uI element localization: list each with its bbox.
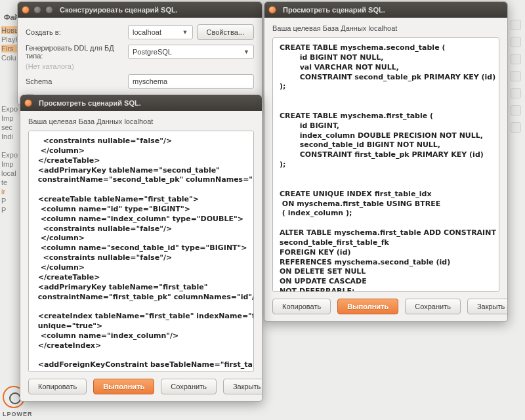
xml-code-area[interactable]: <constraints nullable="false"/> </column… bbox=[28, 131, 254, 372]
bg-item: te bbox=[1, 178, 20, 186]
ddl-type-combo[interactable]: PostgreSQL ▼ bbox=[128, 45, 254, 59]
copy-button[interactable]: Копировать bbox=[272, 299, 331, 314]
right-toolbar bbox=[511, 20, 524, 133]
tool-icon[interactable] bbox=[511, 54, 521, 64]
tool-icon[interactable] bbox=[511, 20, 521, 30]
schema-value: myschema bbox=[133, 77, 167, 85]
run-button[interactable]: Выполнить bbox=[337, 299, 398, 314]
tool-icon[interactable] bbox=[511, 122, 521, 133]
window-title: Просмотреть сценарий SQL. bbox=[39, 99, 141, 107]
close-button[interactable]: Закрыть bbox=[223, 379, 262, 394]
bg-item: P bbox=[1, 197, 20, 205]
close-button[interactable]: Закрыть bbox=[467, 299, 507, 314]
tool-icon[interactable] bbox=[511, 105, 521, 116]
tool-icon[interactable] bbox=[511, 37, 521, 47]
tool-icon[interactable] bbox=[511, 88, 521, 98]
target-db-label: Ваша целевая База Данных localhoat bbox=[272, 24, 499, 32]
construct-sql-window: Сконструировать сценарий SQL. Создать в:… bbox=[17, 1, 262, 105]
close-icon[interactable] bbox=[268, 6, 276, 14]
no-catalog-hint: (Нет каталога) bbox=[26, 62, 254, 70]
copy-button[interactable]: Копировать bbox=[28, 379, 87, 394]
window-title: Просмотреть сценарий SQL. bbox=[283, 6, 385, 14]
save-button[interactable]: Сохранить bbox=[405, 299, 461, 314]
titlebar[interactable]: Просмотреть сценарий SQL. bbox=[20, 95, 262, 111]
chevron-down-icon: ▼ bbox=[243, 49, 249, 55]
sqlpower-logo-text: LPOWER bbox=[3, 411, 33, 417]
window-title: Сконструировать сценарий SQL. bbox=[60, 6, 178, 14]
bg-item: ir bbox=[1, 188, 20, 196]
properties-button[interactable]: Свойства... bbox=[197, 24, 254, 40]
bg-item: Expo bbox=[1, 105, 20, 113]
close-icon[interactable] bbox=[22, 6, 30, 14]
titlebar[interactable]: Просмотреть сценарий SQL. bbox=[264, 2, 507, 18]
minimize-icon[interactable] bbox=[33, 6, 41, 14]
bg-item: sec bbox=[1, 123, 20, 131]
run-button[interactable]: Выполнить bbox=[93, 379, 154, 394]
bg-item: P bbox=[1, 206, 20, 214]
create-in-label: Создать в: bbox=[26, 28, 124, 36]
create-in-value: localhoat bbox=[133, 28, 161, 36]
maximize-icon[interactable] bbox=[45, 6, 53, 14]
tool-icon[interactable] bbox=[511, 71, 521, 81]
schema-input[interactable]: myschema bbox=[128, 74, 254, 89]
bg-item: Indi bbox=[1, 133, 20, 140]
schema-label: Schema bbox=[26, 77, 124, 85]
create-in-combo[interactable]: localhoat ▼ bbox=[128, 25, 193, 39]
ddl-type-label: Генерировать DDL для БД типа: bbox=[26, 44, 124, 60]
sql-preview-window-left: Просмотреть сценарий SQL. Ваша целевая Б… bbox=[20, 94, 262, 402]
sql-code-area[interactable]: CREATE TABLE myschema.second_table ( id … bbox=[272, 37, 499, 292]
bg-item: local bbox=[1, 169, 20, 177]
bg-item: Imp bbox=[1, 160, 20, 168]
save-button[interactable]: Сохранить bbox=[161, 379, 217, 394]
chevron-down-icon: ▼ bbox=[182, 29, 188, 35]
target-db-label: Ваша целевая База Данных localhoat bbox=[28, 117, 254, 125]
titlebar[interactable]: Сконструировать сценарий SQL. bbox=[18, 2, 262, 18]
bg-item: Expo bbox=[1, 151, 20, 159]
ddl-type-value: PostgreSQL bbox=[133, 48, 172, 56]
close-icon[interactable] bbox=[24, 99, 32, 107]
sql-preview-window-right: Просмотреть сценарий SQL. Ваша целевая Б… bbox=[264, 1, 508, 322]
bg-item: Imp bbox=[1, 114, 20, 122]
